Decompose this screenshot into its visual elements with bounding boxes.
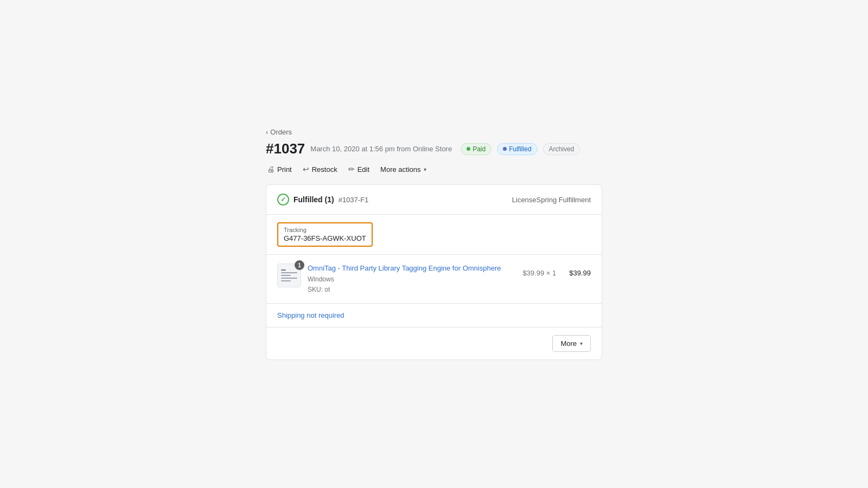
multiplier-icon: × xyxy=(546,269,551,277)
price-value: $39.99 xyxy=(522,269,544,277)
tracking-number: G477-36FS-AGWK-XUOT xyxy=(284,234,366,242)
product-quantity-badge: 1 xyxy=(295,260,304,270)
fulfillment-card: ✓ Fulfilled (1) #1037-F1 LicenseSpring F… xyxy=(266,184,602,359)
fulfilled-dot xyxy=(503,147,507,151)
paid-badge: Paid xyxy=(461,143,492,155)
restock-icon: ↩ xyxy=(303,165,309,174)
product-info: OmniTag - Third Party Library Tagging En… xyxy=(308,264,516,294)
order-number: #1037 xyxy=(266,140,305,157)
product-section: 1 OmniTag - Third Party Library Tagging … xyxy=(266,255,602,303)
fulfilled-badge: Fulfilled xyxy=(497,143,537,155)
edit-button[interactable]: ✏ Edit xyxy=(347,163,371,176)
fulfilled-check-icon: ✓ xyxy=(277,194,289,206)
product-total: $39.99 xyxy=(569,269,591,277)
more-label: More xyxy=(560,339,577,348)
thumb-line-4 xyxy=(281,278,297,279)
order-date: March 10, 2020 at 1:56 pm from Online St… xyxy=(310,145,452,153)
thumb-line-1 xyxy=(281,269,286,271)
fulfillment-title-text: Fulfilled (1) xyxy=(293,195,334,204)
more-button[interactable]: More ▾ xyxy=(552,335,591,352)
fulfilled-label: Fulfilled xyxy=(509,145,531,153)
product-name[interactable]: OmniTag - Third Party Library Tagging En… xyxy=(308,264,516,273)
thumb-line-5 xyxy=(281,280,291,281)
tracking-label: Tracking xyxy=(284,227,366,233)
edit-label: Edit xyxy=(358,165,369,174)
product-pricing: $39.99 × 1 $39.99 xyxy=(522,269,591,277)
paid-dot xyxy=(467,147,470,151)
toolbar: 🖨 Print ↩ Restock ✏ Edit More actions ▾ xyxy=(266,163,602,176)
restock-label: Restock xyxy=(312,165,337,174)
product-price: $39.99 × 1 xyxy=(522,269,556,277)
more-actions-button[interactable]: More actions ▾ xyxy=(379,163,427,176)
more-actions-label: More actions xyxy=(380,165,420,174)
product-row: 1 OmniTag - Third Party Library Tagging … xyxy=(277,264,591,294)
print-button[interactable]: 🖨 Print xyxy=(266,163,293,176)
shipping-section: Shipping not required xyxy=(266,304,602,328)
fulfillment-service: LicenseSpring Fulfillment xyxy=(512,196,591,204)
thumb-line-3 xyxy=(281,275,291,276)
order-header: #1037 March 10, 2020 at 1:56 pm from Onl… xyxy=(266,140,602,157)
product-thumbnail-wrap: 1 xyxy=(277,264,301,287)
print-label: Print xyxy=(277,165,292,174)
tracking-box: Tracking G477-36FS-AGWK-XUOT xyxy=(277,222,373,247)
actions-section: More ▾ xyxy=(266,328,602,359)
print-icon: 🖨 xyxy=(267,165,275,174)
breadcrumb[interactable]: ‹ Orders xyxy=(266,128,602,136)
paid-label: Paid xyxy=(473,145,486,153)
more-actions-chevron-icon: ▾ xyxy=(424,166,426,172)
edit-icon: ✏ xyxy=(348,165,355,174)
breadcrumb-label: Orders xyxy=(270,128,292,136)
product-variant: Windows xyxy=(308,274,516,284)
more-chevron-icon: ▾ xyxy=(580,341,583,346)
archived-badge: Archived xyxy=(543,143,580,155)
fulfillment-title-group: ✓ Fulfilled (1) #1037-F1 xyxy=(277,194,368,206)
back-icon: ‹ xyxy=(266,128,268,136)
restock-button[interactable]: ↩ Restock xyxy=(302,163,339,176)
quantity-value: 1 xyxy=(552,269,556,277)
fulfillment-id: #1037-F1 xyxy=(339,196,369,204)
thumb-line-2 xyxy=(281,272,297,273)
archived-label: Archived xyxy=(549,145,575,153)
fulfillment-header: ✓ Fulfilled (1) #1037-F1 LicenseSpring F… xyxy=(266,185,602,215)
product-sku: SKU: ot xyxy=(308,285,516,294)
tracking-section: Tracking G477-36FS-AGWK-XUOT xyxy=(266,215,602,255)
shipping-text: Shipping not required xyxy=(277,311,344,319)
